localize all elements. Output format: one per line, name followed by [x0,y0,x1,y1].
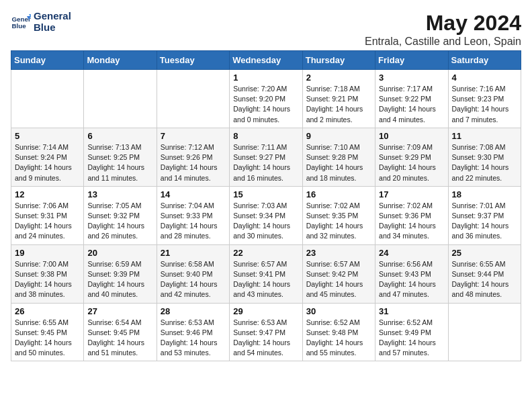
day-info: Sunrise: 7:13 AM Sunset: 9:25 PM Dayligh… [87,142,152,183]
weekday-header-sunday: Sunday [11,51,84,70]
calendar-title: May 2024 [365,11,521,36]
calendar-cell: 29Sunrise: 6:53 AM Sunset: 9:47 PM Dayli… [230,303,302,361]
day-info: Sunrise: 6:55 AM Sunset: 9:45 PM Dayligh… [15,318,80,359]
calendar-cell: 17Sunrise: 7:02 AM Sunset: 9:36 PM Dayli… [375,186,448,244]
calendar-cell: 2Sunrise: 7:18 AM Sunset: 9:21 PM Daylig… [302,70,375,128]
calendar-cell: 27Sunrise: 6:54 AM Sunset: 9:45 PM Dayli… [84,303,157,361]
calendar-cell: 24Sunrise: 6:56 AM Sunset: 9:43 PM Dayli… [375,244,448,303]
day-info: Sunrise: 7:05 AM Sunset: 9:32 PM Dayligh… [87,201,152,242]
day-number: 8 [233,131,298,141]
week-row-4: 19Sunrise: 7:00 AM Sunset: 9:38 PM Dayli… [11,244,521,303]
calendar-cell: 3Sunrise: 7:17 AM Sunset: 9:22 PM Daylig… [375,70,448,128]
day-number: 24 [379,248,444,258]
day-info: Sunrise: 7:02 AM Sunset: 9:36 PM Dayligh… [379,201,444,242]
calendar-cell: 25Sunrise: 6:55 AM Sunset: 9:44 PM Dayli… [448,244,521,303]
calendar-cell [11,70,84,128]
day-number: 6 [87,131,152,141]
calendar-cell: 13Sunrise: 7:05 AM Sunset: 9:32 PM Dayli… [84,186,157,244]
calendar-cell: 7Sunrise: 7:12 AM Sunset: 9:26 PM Daylig… [157,128,229,186]
calendar-cell: 23Sunrise: 6:57 AM Sunset: 9:42 PM Dayli… [302,244,375,303]
week-row-3: 12Sunrise: 7:06 AM Sunset: 9:31 PM Dayli… [11,186,521,244]
day-number: 7 [161,131,226,141]
calendar-cell: 20Sunrise: 6:59 AM Sunset: 9:39 PM Dayli… [84,244,157,303]
day-info: Sunrise: 6:54 AM Sunset: 9:45 PM Dayligh… [87,318,152,359]
day-info: Sunrise: 7:20 AM Sunset: 9:20 PM Dayligh… [233,84,298,125]
day-info: Sunrise: 7:01 AM Sunset: 9:37 PM Dayligh… [452,201,517,242]
calendar-cell: 21Sunrise: 6:58 AM Sunset: 9:40 PM Dayli… [157,244,229,303]
day-number: 3 [379,73,444,83]
day-info: Sunrise: 7:03 AM Sunset: 9:34 PM Dayligh… [233,201,298,242]
day-info: Sunrise: 6:56 AM Sunset: 9:43 PM Dayligh… [379,259,444,300]
day-number: 1 [233,73,298,83]
day-number: 15 [233,189,298,199]
logo-line2: Blue [34,22,71,34]
title-block: May 2024 Entrala, Castille and Leon, Spa… [365,11,521,48]
logo-icon: General Blue [11,12,31,32]
day-number: 17 [379,189,444,199]
week-row-5: 26Sunrise: 6:55 AM Sunset: 9:45 PM Dayli… [11,303,521,361]
day-info: Sunrise: 6:59 AM Sunset: 9:39 PM Dayligh… [87,259,152,300]
day-number: 4 [452,73,517,83]
calendar-cell: 9Sunrise: 7:10 AM Sunset: 9:28 PM Daylig… [302,128,375,186]
calendar-cell: 6Sunrise: 7:13 AM Sunset: 9:25 PM Daylig… [84,128,157,186]
day-info: Sunrise: 7:11 AM Sunset: 9:27 PM Dayligh… [233,142,298,183]
calendar-cell: 30Sunrise: 6:52 AM Sunset: 9:48 PM Dayli… [302,303,375,361]
day-info: Sunrise: 6:57 AM Sunset: 9:41 PM Dayligh… [233,259,298,300]
calendar-table: SundayMondayTuesdayWednesdayThursdayFrid… [11,50,521,361]
day-number: 16 [306,189,371,199]
day-number: 9 [306,131,371,141]
week-row-1: 1Sunrise: 7:20 AM Sunset: 9:20 PM Daylig… [11,70,521,128]
day-number: 21 [161,248,226,258]
calendar-cell: 26Sunrise: 6:55 AM Sunset: 9:45 PM Dayli… [11,303,84,361]
day-info: Sunrise: 6:55 AM Sunset: 9:44 PM Dayligh… [452,259,517,300]
calendar-cell: 10Sunrise: 7:09 AM Sunset: 9:29 PM Dayli… [375,128,448,186]
calendar-cell [84,70,157,128]
day-number: 22 [233,248,298,258]
day-info: Sunrise: 7:10 AM Sunset: 9:28 PM Dayligh… [306,142,371,183]
day-number: 11 [452,131,517,141]
day-number: 13 [87,189,152,199]
day-number: 19 [15,248,80,258]
calendar-cell: 14Sunrise: 7:04 AM Sunset: 9:33 PM Dayli… [157,186,229,244]
day-number: 18 [452,189,517,199]
calendar-cell: 4Sunrise: 7:16 AM Sunset: 9:23 PM Daylig… [448,70,521,128]
day-info: Sunrise: 6:53 AM Sunset: 9:47 PM Dayligh… [233,318,298,359]
calendar-subtitle: Entrala, Castille and Leon, Spain [365,36,521,48]
calendar-cell: 12Sunrise: 7:06 AM Sunset: 9:31 PM Dayli… [11,186,84,244]
svg-text:Blue: Blue [12,22,27,30]
weekday-header-wednesday: Wednesday [230,51,302,70]
weekday-header-monday: Monday [84,51,157,70]
day-number: 27 [87,306,152,316]
weekday-header-saturday: Saturday [448,51,521,70]
day-info: Sunrise: 7:14 AM Sunset: 9:24 PM Dayligh… [15,142,80,183]
day-number: 14 [161,189,226,199]
day-number: 28 [161,306,226,316]
logo: General Blue General Blue [11,11,71,33]
day-info: Sunrise: 7:18 AM Sunset: 9:21 PM Dayligh… [306,84,371,125]
day-info: Sunrise: 6:52 AM Sunset: 9:48 PM Dayligh… [306,318,371,359]
calendar-cell: 5Sunrise: 7:14 AM Sunset: 9:24 PM Daylig… [11,128,84,186]
day-info: Sunrise: 7:00 AM Sunset: 9:38 PM Dayligh… [15,259,80,300]
weekday-header-row: SundayMondayTuesdayWednesdayThursdayFrid… [11,51,521,70]
day-info: Sunrise: 7:09 AM Sunset: 9:29 PM Dayligh… [379,142,444,183]
weekday-header-friday: Friday [375,51,448,70]
day-number: 12 [15,189,80,199]
day-number: 30 [306,306,371,316]
day-info: Sunrise: 6:53 AM Sunset: 9:46 PM Dayligh… [161,318,226,359]
day-info: Sunrise: 7:08 AM Sunset: 9:30 PM Dayligh… [452,142,517,183]
day-info: Sunrise: 7:06 AM Sunset: 9:31 PM Dayligh… [15,201,80,242]
calendar-cell: 28Sunrise: 6:53 AM Sunset: 9:46 PM Dayli… [157,303,229,361]
calendar-cell: 1Sunrise: 7:20 AM Sunset: 9:20 PM Daylig… [230,70,302,128]
calendar-cell: 22Sunrise: 6:57 AM Sunset: 9:41 PM Dayli… [230,244,302,303]
page-header: General Blue General Blue May 2024 Entra… [11,11,521,48]
calendar-cell: 15Sunrise: 7:03 AM Sunset: 9:34 PM Dayli… [230,186,302,244]
logo-line1: General [34,11,71,22]
day-number: 10 [379,131,444,141]
weekday-header-tuesday: Tuesday [157,51,229,70]
day-number: 31 [379,306,444,316]
day-number: 20 [87,248,152,258]
day-info: Sunrise: 6:58 AM Sunset: 9:40 PM Dayligh… [161,259,226,300]
day-info: Sunrise: 6:57 AM Sunset: 9:42 PM Dayligh… [306,259,371,300]
calendar-cell: 11Sunrise: 7:08 AM Sunset: 9:30 PM Dayli… [448,128,521,186]
week-row-2: 5Sunrise: 7:14 AM Sunset: 9:24 PM Daylig… [11,128,521,186]
